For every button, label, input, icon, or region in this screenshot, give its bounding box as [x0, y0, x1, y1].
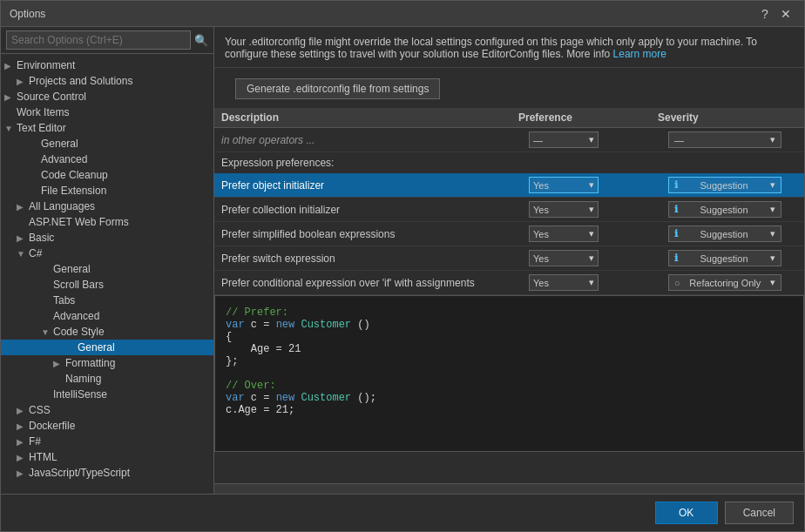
table-row[interactable]: Prefer conditional expression over 'if' … — [214, 271, 804, 295]
sidebar-item-file-extension[interactable]: File Extension — [1, 183, 213, 199]
sidebar-item-label: HTML — [29, 451, 58, 463]
preference-dropdown[interactable]: Yes▾ — [529, 226, 599, 242]
arrow-icon — [17, 218, 29, 227]
code-line: var c = new Customer () — [226, 319, 793, 331]
info-icon: ℹ — [674, 253, 678, 264]
sidebar-item-all-languages[interactable]: ▶ All Languages — [1, 199, 213, 214]
row-preference-cell: Yes▾ — [525, 224, 665, 244]
arrow-icon: ▶ — [17, 202, 29, 212]
arrow-icon — [53, 374, 65, 384]
sidebar-item-code-cleanup[interactable]: Code Cleanup — [1, 167, 213, 183]
arrow-icon: ▶ — [17, 233, 29, 243]
sidebar-item-advanced2[interactable]: Advanced — [1, 308, 213, 324]
info-bar: Your .editorconfig file might override t… — [214, 27, 804, 68]
sidebar-item-asp-web[interactable]: ASP.NET Web Forms — [1, 214, 213, 230]
refactor-icon: ○ — [674, 278, 680, 288]
help-button[interactable]: ? — [755, 4, 775, 24]
table-row[interactable]: in other operators ... —▾ —▾ — [214, 128, 804, 152]
sidebar-item-text-editor[interactable]: ▼ Text Editor — [1, 120, 213, 136]
sidebar-item-work-items[interactable]: Work Items — [1, 104, 213, 120]
sidebar-item-css[interactable]: ▶ CSS — [1, 402, 213, 418]
ok-button[interactable]: OK — [655, 502, 718, 524]
severity-dropdown[interactable]: ℹ Suggestion ▾ — [668, 177, 781, 193]
preference-dropdown[interactable]: Yes▾ — [529, 201, 599, 218]
row-description: in other operators ... — [214, 131, 525, 149]
row-description: Prefer object initializer — [214, 177, 525, 194]
arrow-icon: ▶ — [17, 437, 29, 447]
sidebar-item-advanced[interactable]: Advanced — [1, 152, 213, 167]
sidebar-item-csharp-general[interactable]: General — [1, 261, 213, 277]
row-description: Prefer conditional expression over 'if' … — [214, 274, 525, 292]
sidebar-item-label: Advanced — [53, 310, 99, 322]
sidebar-item-intellisense[interactable]: IntelliSense — [1, 387, 213, 402]
arrow-icon — [29, 139, 41, 149]
sidebar-item-label: General — [41, 138, 78, 150]
row-description: Prefer collection initializer — [214, 201, 525, 219]
right-panel: Your .editorconfig file might override t… — [214, 27, 804, 494]
sidebar-item-label: General — [78, 341, 115, 354]
cancel-button[interactable]: Cancel — [725, 502, 794, 524]
arrow-icon — [29, 171, 41, 180]
learn-more-link[interactable]: Learn more — [613, 48, 666, 60]
sidebar-item-environment[interactable]: ▶ Environment — [1, 57, 213, 73]
table-row[interactable]: Prefer simplified boolean expressions Ye… — [214, 222, 804, 246]
sidebar-item-label: C# — [29, 247, 42, 259]
preference-dropdown[interactable]: —▾ — [529, 131, 599, 148]
sidebar-item-formatting[interactable]: ▶ Formatting — [1, 355, 213, 371]
severity-dropdown[interactable]: ○ Refactoring Only ▾ — [668, 274, 781, 291]
search-box: 🔍 — [1, 27, 213, 54]
sidebar-item-javascript[interactable]: ▶ JavaScript/TypeScript — [1, 465, 213, 481]
sidebar-item-html[interactable]: ▶ HTML — [1, 449, 213, 465]
close-button[interactable]: ✕ — [776, 4, 795, 24]
sidebar-item-csharp[interactable]: ▼ C# — [1, 246, 213, 261]
sidebar-item-source-control[interactable]: ▶ Source Control — [1, 89, 213, 104]
arrow-icon — [41, 265, 53, 274]
severity-dropdown[interactable]: ℹ Suggestion ▾ — [668, 226, 781, 242]
row-severity-cell: —▾ — [665, 130, 804, 150]
table-row[interactable]: Prefer collection initializer Yes▾ ℹ Sug… — [214, 198, 804, 222]
sidebar-item-general[interactable]: General — [1, 136, 213, 152]
options-dialog: Options ? ✕ 🔍 ▶ Environment ▶ Projects a… — [0, 0, 805, 532]
arrow-icon: ▶ — [4, 92, 17, 102]
sidebar-item-label: F# — [29, 435, 41, 448]
table-row[interactable]: Prefer object initializer Yes▾ ℹ Suggest… — [214, 173, 804, 198]
search-icon: 🔍 — [194, 34, 208, 47]
table-row[interactable]: Prefer switch expression Yes▾ ℹ Suggesti… — [214, 246, 804, 271]
arrow-icon — [29, 186, 41, 196]
col-header-severity: Severity — [658, 111, 797, 124]
row-preference-cell: Yes▾ — [525, 248, 665, 268]
sidebar-item-projects-solutions[interactable]: ▶ Projects and Solutions — [1, 73, 213, 89]
sidebar-item-label: IntelliSense — [53, 388, 107, 401]
sidebar-item-scroll-bars[interactable]: Scroll Bars — [1, 277, 213, 293]
sidebar-item-fsharp[interactable]: ▶ F# — [1, 434, 213, 449]
preference-dropdown[interactable]: Yes▾ — [529, 274, 599, 291]
dialog-body: 🔍 ▶ Environment ▶ Projects and Solutions… — [1, 27, 804, 494]
preference-dropdown[interactable]: Yes▾ — [529, 177, 599, 193]
arrow-icon: ▼ — [41, 327, 53, 337]
table-area: Description Preference Severity in other… — [214, 108, 804, 494]
title-bar-left: Options — [10, 8, 45, 20]
arrow-icon — [41, 312, 53, 321]
sidebar-item-dockerfile[interactable]: ▶ Dockerfile — [1, 418, 213, 434]
sidebar-item-label: Work Items — [17, 106, 69, 118]
severity-dropdown[interactable]: ℹ Suggestion ▾ — [668, 201, 781, 218]
sidebar-item-code-style[interactable]: ▼ Code Style — [1, 324, 213, 340]
sidebar-item-tabs[interactable]: Tabs — [1, 293, 213, 308]
arrow-icon: ▶ — [17, 77, 29, 86]
arrow-icon: ▶ — [17, 468, 29, 478]
bottom-bar: OK Cancel — [1, 494, 804, 531]
arrow-icon — [41, 280, 53, 290]
search-input[interactable] — [6, 30, 191, 50]
preference-dropdown[interactable]: Yes▾ — [529, 250, 599, 266]
generate-editorconfig-button[interactable]: Generate .editorconfig file from setting… — [235, 78, 440, 99]
sidebar-item-label: General — [53, 263, 91, 275]
sidebar-item-cs-general[interactable]: General — [1, 340, 213, 355]
code-line: // Prefer: — [226, 306, 793, 319]
arrow-icon: ▶ — [17, 421, 29, 431]
sidebar-item-naming[interactable]: Naming — [1, 371, 213, 387]
severity-dropdown[interactable]: ℹ Suggestion ▾ — [668, 250, 781, 266]
horizontal-scrollbar[interactable] — [214, 483, 804, 494]
info-icon: ℹ — [674, 179, 678, 191]
severity-dropdown[interactable]: —▾ — [668, 131, 781, 148]
sidebar-item-basic[interactable]: ▶ Basic — [1, 230, 213, 246]
